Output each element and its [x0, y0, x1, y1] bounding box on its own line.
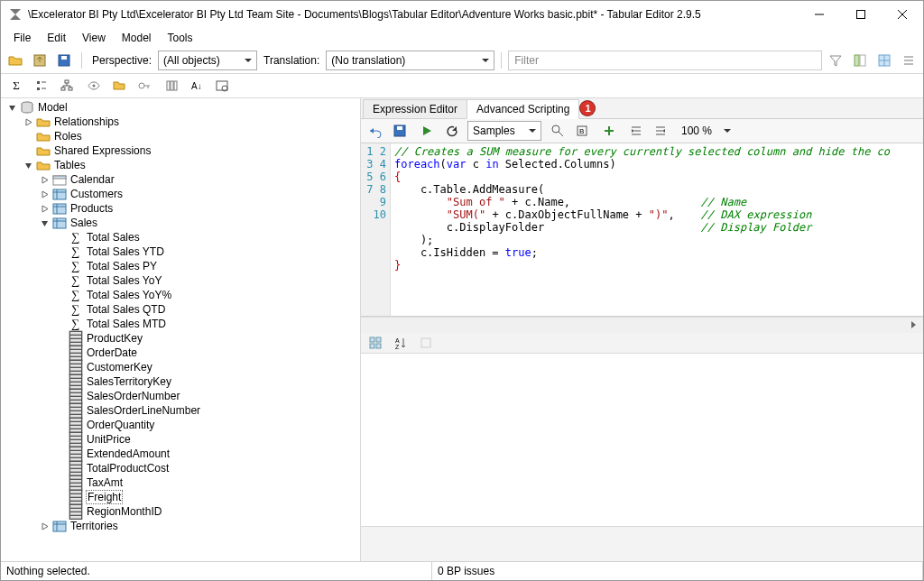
translation-combo[interactable]: (No translation) — [326, 51, 494, 70]
filter-funnel-icon[interactable] — [825, 50, 846, 71]
tree-column[interactable]: OrderDate — [53, 346, 360, 360]
add-button[interactable] — [598, 120, 620, 142]
tree-root-model[interactable]: Model — [5, 100, 360, 115]
svg-point-23 — [139, 83, 144, 88]
tree-measure[interactable]: ∑Total Sales MTD — [53, 317, 360, 331]
tree-table-territories[interactable]: Territories — [37, 519, 360, 533]
tree-measure[interactable]: ∑Total Sales QTD — [53, 302, 360, 317]
svg-rect-36 — [53, 204, 66, 214]
view-list-button[interactable] — [898, 50, 919, 71]
tree-column[interactable]: RegionMonthID — [53, 504, 360, 519]
tab-advanced-scripting[interactable]: Advanced Scripting 1 — [467, 99, 579, 119]
perspective-value: (All objects) — [163, 54, 220, 67]
tree-column[interactable]: ExtendedAmount — [53, 447, 360, 461]
svg-rect-25 — [171, 81, 173, 90]
tree-column[interactable]: SalesTerritoryKey — [53, 374, 360, 389]
view-grid-button[interactable] — [873, 50, 895, 71]
code-hscrollbar[interactable] — [361, 317, 923, 333]
title-bar: \Excelerator BI Pty Ltd\Excelerator BI P… — [1, 1, 923, 28]
tree-relationships[interactable]: Relationships — [21, 115, 360, 129]
props-categorized-button[interactable] — [365, 332, 386, 354]
tree-column[interactable]: UnitPrice — [53, 432, 360, 447]
menu-file[interactable]: File — [6, 30, 38, 46]
close-button[interactable] — [882, 1, 923, 28]
status-bp: 0 BP issues — [432, 562, 923, 580]
minimize-button[interactable] — [799, 1, 840, 28]
svg-rect-33 — [53, 189, 66, 199]
svg-rect-98 — [397, 126, 402, 130]
svg-rect-113 — [376, 337, 381, 342]
app-icon — [8, 7, 23, 22]
tree-measure[interactable]: ∑Total Sales — [53, 230, 360, 244]
menu-view[interactable]: View — [75, 30, 113, 46]
folder-mode-button[interactable] — [107, 75, 131, 97]
zoom-combo[interactable]: 100 % — [677, 122, 735, 140]
tree-table-calendar[interactable]: Calendar — [37, 172, 360, 187]
view-detail-button[interactable] — [849, 50, 871, 71]
filter-input[interactable]: Filter — [508, 51, 822, 70]
properties-grid[interactable] — [361, 354, 923, 526]
svg-text:A↓: A↓ — [191, 81, 202, 91]
tree-tables[interactable]: Tables — [21, 158, 360, 172]
undo-run-button[interactable] — [440, 120, 462, 142]
menu-tools[interactable]: Tools — [161, 30, 200, 46]
tab-expression-editor[interactable]: Expression Editor — [363, 99, 467, 118]
tree-column[interactable]: TaxAmt — [53, 475, 360, 490]
svg-rect-8 — [860, 55, 865, 66]
insert-button[interactable]: B — [571, 120, 593, 142]
samples-combo[interactable]: Samples — [467, 121, 541, 141]
tree-column[interactable]: TotalProductCost — [53, 461, 360, 475]
svg-rect-111 — [370, 337, 374, 342]
sort-button[interactable]: A↓ — [185, 75, 208, 97]
props-alpha-button[interactable]: AZ — [390, 332, 411, 354]
tree-column[interactable]: Freight — [53, 490, 360, 504]
columns-button[interactable] — [160, 75, 183, 97]
tree-table-products[interactable]: Products — [37, 201, 360, 216]
svg-point-22 — [93, 85, 96, 88]
code-content[interactable]: // Creates a SUM measure for every curre… — [391, 143, 923, 316]
show-lists-button[interactable] — [30, 75, 53, 97]
perspective-combo[interactable]: (All objects) — [158, 51, 257, 70]
svg-line-100 — [559, 132, 563, 136]
open-folder-button[interactable] — [5, 50, 26, 71]
tree-column[interactable]: ProductKey — [53, 331, 360, 346]
model-tree[interactable]: Model Relationships Roles Shared Express… — [1, 98, 361, 561]
indent-button[interactable] — [625, 120, 647, 142]
code-editor[interactable]: 1 2 3 4 5 6 7 8 9 10 // Creates a SUM me… — [361, 143, 923, 317]
toggle-hidden-button[interactable] — [82, 75, 106, 97]
svg-point-99 — [552, 125, 559, 133]
menu-edit[interactable]: Edit — [40, 30, 73, 46]
maximize-button[interactable] — [840, 1, 882, 28]
outdent-button[interactable] — [650, 120, 671, 142]
svg-rect-20 — [61, 88, 65, 90]
tree-measure[interactable]: ∑Total Sales YoY% — [53, 288, 360, 302]
script-save-button[interactable] — [389, 120, 411, 142]
deploy-button[interactable] — [29, 50, 51, 71]
tree-measure[interactable]: ∑Total Sales YoY — [53, 273, 360, 288]
show-hierarchies-button[interactable] — [55, 75, 79, 97]
tree-table-customers[interactable]: Customers — [37, 187, 360, 201]
menu-model[interactable]: Model — [115, 30, 159, 46]
key-button[interactable] — [133, 75, 156, 97]
status-selection: Nothing selected. — [1, 562, 432, 580]
show-measures-button[interactable]: Σ — [5, 75, 28, 97]
save-button[interactable] — [53, 50, 75, 71]
script-window-button[interactable] — [210, 75, 234, 97]
tree-measure[interactable]: ∑Total Sales YTD — [53, 244, 360, 259]
tree-column[interactable]: CustomerKey — [53, 360, 360, 374]
svg-rect-15 — [37, 81, 40, 84]
tree-table-sales[interactable]: Sales — [37, 216, 360, 230]
status-bar: Nothing selected. 0 BP issues — [1, 561, 923, 580]
tree-measure[interactable]: ∑Total Sales PY — [53, 259, 360, 273]
tree-column[interactable]: SalesOrderLineNumber — [53, 403, 360, 418]
tree-column[interactable]: SalesOrderNumber — [53, 389, 360, 403]
undo-button[interactable] — [365, 120, 386, 142]
svg-rect-7 — [855, 55, 859, 66]
tree-column[interactable]: OrderQuantity — [53, 418, 360, 432]
tree-roles[interactable]: Roles — [21, 129, 360, 143]
run-button[interactable] — [416, 120, 438, 142]
svg-rect-39 — [53, 218, 66, 228]
callout-badge: 1 — [580, 101, 595, 115]
tree-shared-expressions[interactable]: Shared Expressions — [21, 143, 360, 158]
find-button[interactable] — [547, 120, 568, 142]
